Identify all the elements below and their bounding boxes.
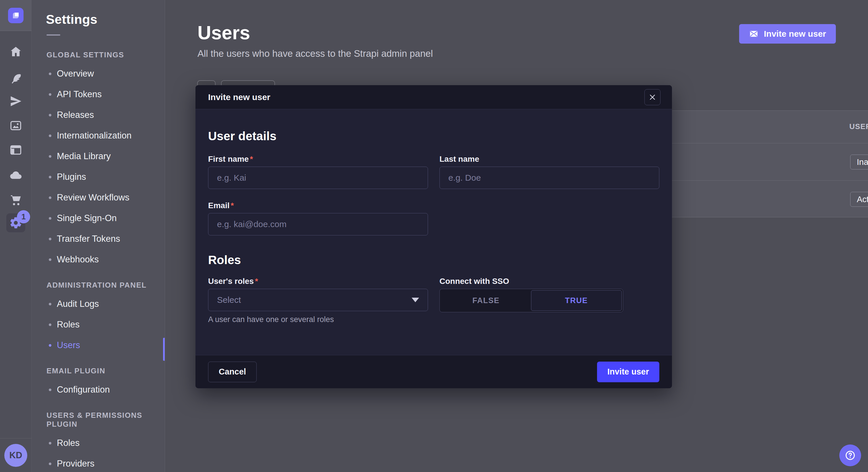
help-button[interactable]	[839, 444, 861, 466]
bullet-icon	[49, 155, 51, 158]
cancel-button[interactable]: Cancel	[208, 362, 257, 382]
sidebar-title: Settings	[32, 0, 165, 27]
sidebar-item-admin-roles[interactable]: Roles	[32, 314, 165, 335]
sso-field-group: Connect with SSO FALSE TRUE	[439, 277, 659, 324]
sso-toggle-false[interactable]: FALSE	[441, 290, 531, 311]
question-mark-icon	[844, 449, 856, 461]
sidebar-item-transfer-tokens[interactable]: Transfer Tokens	[32, 229, 165, 249]
invite-user-submit-button[interactable]: Invite user	[597, 362, 659, 382]
section-heading-roles: Roles	[208, 253, 659, 267]
sidebar-sections: GLOBAL SETTINGS Overview API Tokens Rele…	[32, 50, 165, 472]
rail-item-cloud[interactable]	[0, 167, 32, 182]
section-global-settings: Overview API Tokens Releases Internation…	[32, 63, 165, 270]
close-icon	[649, 94, 656, 101]
title-divider	[46, 34, 60, 36]
sidebar-item-up-roles[interactable]: Roles	[32, 433, 165, 453]
rail-item-media-library[interactable]	[0, 118, 32, 133]
rail-item-content-type-builder[interactable]	[0, 142, 32, 158]
cloud-icon	[9, 168, 22, 181]
images-icon	[9, 119, 22, 132]
last-name-label: Last name	[439, 155, 659, 164]
invite-new-user-button[interactable]: Invite new user	[739, 24, 836, 43]
required-asterisk: *	[255, 277, 258, 286]
sidebar-item-single-sign-on[interactable]: Single Sign-On	[32, 208, 165, 229]
section-label-global-settings: GLOBAL SETTINGS	[32, 50, 165, 59]
layout-icon	[9, 143, 22, 157]
strapi-logo-glyph	[11, 11, 20, 20]
bullet-icon	[49, 72, 51, 75]
bullet-icon	[49, 114, 51, 116]
sso-toggle: FALSE TRUE	[439, 289, 623, 312]
bullet-icon	[49, 258, 51, 261]
sidebar-item-plugins[interactable]: Plugins	[32, 167, 165, 187]
required-asterisk: *	[250, 155, 253, 164]
paper-plane-icon	[9, 95, 22, 108]
status-badge: Inactive	[850, 155, 868, 169]
modal-header: Invite new user	[195, 85, 672, 109]
roles-hint: A user can have one or several roles	[208, 315, 428, 324]
close-button[interactable]	[644, 89, 660, 105]
bullet-icon	[49, 389, 51, 391]
bullet-icon	[49, 344, 51, 347]
bullet-icon	[49, 196, 51, 199]
status-badge: Active	[850, 192, 868, 207]
bullet-icon	[49, 324, 51, 326]
section-administration-panel: Audit Logs Roles Users	[32, 294, 165, 356]
sidebar-item-audit-logs[interactable]: Audit Logs	[32, 294, 165, 314]
sso-toggle-true[interactable]: TRUE	[531, 290, 622, 311]
user-roles-label: User's roles*	[208, 277, 428, 286]
modal-title: Invite new user	[208, 92, 270, 102]
email-field-group: Email*	[208, 201, 428, 235]
bullet-icon	[49, 134, 51, 137]
active-item-indicator	[163, 338, 165, 361]
rail-item-workspace[interactable]	[0, 0, 32, 31]
sidebar-item-releases[interactable]: Releases	[32, 105, 165, 125]
sso-label: Connect with SSO	[439, 277, 659, 286]
section-email-plugin: Configuration	[32, 379, 165, 400]
section-heading-user-details: User details	[208, 129, 659, 143]
sidebar-item-media-library[interactable]: Media Library	[32, 146, 165, 167]
section-label-users-permissions-plugin: USERS & PERMISSIONS PLUGIN	[32, 411, 165, 429]
user-avatar[interactable]: KD	[4, 444, 27, 467]
bullet-icon	[49, 463, 51, 465]
bullet-icon	[49, 442, 51, 444]
sidebar-item-configuration[interactable]: Configuration	[32, 379, 165, 400]
strapi-logo-icon	[8, 8, 24, 23]
home-icon	[9, 45, 22, 59]
rail-item-marketplace[interactable]	[0, 193, 32, 207]
user-roles-field-group: User's roles* Select A user can have one…	[208, 277, 428, 324]
user-roles-select[interactable]: Select	[208, 289, 428, 311]
section-label-email-plugin: EMAIL PLUGIN	[32, 367, 165, 375]
strapi-admin-app: 1 KD Settings GLOBAL SETTINGS Overview A…	[0, 0, 868, 472]
sidebar-item-overview[interactable]: Overview	[32, 63, 165, 84]
sidebar-item-review-workflows[interactable]: Review Workflows	[32, 187, 165, 208]
sidebar-item-internationalization[interactable]: Internationalization	[32, 125, 165, 146]
email-input[interactable]	[208, 213, 428, 235]
rail-divider	[0, 438, 32, 438]
bullet-icon	[49, 217, 51, 220]
page-title: Users	[197, 22, 250, 43]
bullet-icon	[49, 303, 51, 305]
chevron-down-icon	[412, 298, 419, 302]
first-name-input[interactable]	[208, 167, 428, 189]
last-name-field-group: Last name	[439, 155, 659, 189]
invite-user-modal: Invite new user User details First name*	[195, 85, 672, 388]
cart-icon	[9, 193, 22, 206]
modal-body: User details First name* Last name	[195, 109, 672, 355]
sidebar-item-providers[interactable]: Providers	[32, 453, 165, 472]
invite-new-user-label: Invite new user	[764, 29, 826, 39]
sidebar-item-api-tokens[interactable]: API Tokens	[32, 84, 165, 105]
bullet-icon	[49, 93, 51, 96]
sidebar-item-webhooks[interactable]: Webhooks	[32, 249, 165, 270]
sidebar-item-users[interactable]: Users	[32, 335, 165, 356]
user-details-form: First name* Last name Email*	[208, 155, 659, 235]
rail-item-home[interactable]	[0, 44, 32, 59]
bullet-icon	[49, 238, 51, 240]
last-name-input[interactable]	[439, 167, 659, 189]
page-subtitle: All the users who have access to the Str…	[197, 48, 433, 59]
envelope-icon	[749, 29, 758, 39]
rail-item-content-manager[interactable]	[0, 72, 32, 87]
rail-item-release[interactable]	[0, 94, 32, 109]
required-asterisk: *	[231, 201, 234, 210]
column-header-user-status: USER STATUS	[849, 122, 868, 131]
